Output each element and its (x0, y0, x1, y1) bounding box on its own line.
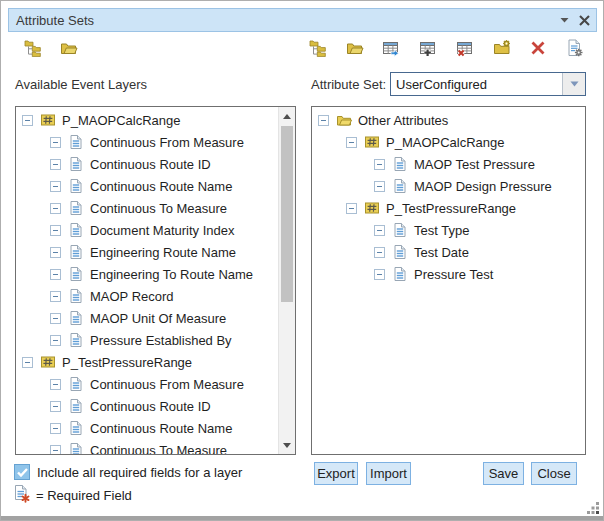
tree-item-continuous-route-name[interactable]: Continuous Route Name (16, 175, 278, 197)
tree-item-pressure-test[interactable]: Pressure Test (312, 263, 585, 285)
tree-item-maop-test-pressure[interactable]: MAOP Test Pressure (312, 153, 585, 175)
remove-table-icon[interactable] (454, 37, 476, 59)
tree-item-engineering-to-route-name[interactable]: Engineering To Route Name (16, 263, 278, 285)
new-attribute-set-folder-icon[interactable] (491, 37, 513, 59)
include-required-fields-label: Include all required fields for a layer (37, 465, 242, 480)
collapse-toggle-icon[interactable] (374, 225, 385, 236)
tree-item-maop-unit-of-measure[interactable]: MAOP Unit Of Measure (16, 307, 278, 329)
tree-item-label: Continuous From Measure (90, 135, 244, 150)
tree-item-maop-record[interactable]: MAOP Record (16, 285, 278, 307)
field-icon (68, 442, 84, 454)
save-button[interactable]: Save (483, 462, 524, 485)
scroll-up-icon[interactable] (279, 108, 295, 124)
collapse-toggle-icon[interactable] (50, 335, 61, 346)
tree-item-continuous-from-measure[interactable]: Continuous From Measure (16, 373, 278, 395)
export-table-icon[interactable] (380, 37, 402, 59)
tree-item-label: Continuous From Measure (90, 377, 244, 392)
tree-item-label: Continuous Route Name (90, 179, 232, 194)
dropdown-arrow-button[interactable] (562, 73, 585, 95)
tree-item-engineering-route-name[interactable]: Engineering Route Name (16, 241, 278, 263)
field-icon (68, 376, 84, 392)
tree-item-label: Document Maturity Index (90, 223, 235, 238)
export-button[interactable]: Export (314, 462, 358, 485)
collapse-toggle-icon[interactable] (374, 269, 385, 280)
collapse-toggle-icon[interactable] (50, 247, 61, 258)
collapse-toggle-icon[interactable] (50, 203, 61, 214)
collapse-toggle-icon[interactable] (374, 247, 385, 258)
scrollbar-thumb[interactable] (281, 126, 293, 302)
open-folder-icon[interactable] (58, 37, 80, 59)
collapse-toggle-icon[interactable] (50, 445, 61, 455)
field-icon (68, 288, 84, 304)
folder-icon (336, 112, 352, 128)
include-required-fields-checkbox[interactable] (14, 464, 30, 480)
collapse-caret-icon[interactable] (554, 10, 574, 30)
tree-item-label: P_MAOPCalcRange (386, 135, 505, 150)
tree-item-label: Continuous Route ID (90, 399, 211, 414)
collapse-toggle-icon[interactable] (374, 181, 385, 192)
tree-item-p-maopcalcrange[interactable]: P_MAOPCalcRange (16, 109, 278, 131)
field-icon (68, 178, 84, 194)
collapse-toggle-icon[interactable] (22, 115, 33, 126)
tree-item-maop-design-pressure[interactable]: MAOP Design Pressure (312, 175, 585, 197)
collapse-toggle-icon[interactable] (50, 379, 61, 390)
tree-item-other-attributes[interactable]: Other Attributes (312, 109, 585, 131)
collapse-toggle-icon[interactable] (374, 159, 385, 170)
tree-item-pressure-established-by[interactable]: Pressure Established By (16, 329, 278, 351)
collapse-toggle-icon[interactable] (346, 203, 357, 214)
tree-item-p-testpressurerange[interactable]: P_TestPressureRange (16, 351, 278, 373)
close-button[interactable]: Close (531, 462, 577, 485)
tree-item-document-maturity-index[interactable]: Document Maturity Index (16, 219, 278, 241)
field-icon (392, 244, 408, 260)
tree-item-test-date[interactable]: Test Date (312, 241, 585, 263)
event-layer-icon (364, 200, 380, 216)
close-icon[interactable] (574, 10, 594, 30)
field-icon (68, 398, 84, 414)
tree-item-continuous-route-id[interactable]: Continuous Route ID (16, 153, 278, 175)
field-icon (392, 222, 408, 238)
tree-item-continuous-from-measure[interactable]: Continuous From Measure (16, 131, 278, 153)
tree-item-label: Test Date (414, 245, 469, 260)
collapse-toggle-icon[interactable] (50, 291, 61, 302)
attribute-set-tree: Other AttributesP_MAOPCalcRangeMAOP Test… (311, 106, 586, 455)
collapse-toggle-icon[interactable] (318, 115, 329, 126)
toolbar (1, 35, 604, 63)
tree-item-p-testpressurerange[interactable]: P_TestPressureRange (312, 197, 585, 219)
collapse-toggle-icon[interactable] (50, 181, 61, 192)
field-icon (392, 266, 408, 282)
resize-grip[interactable] (586, 501, 600, 515)
tree-item-continuous-route-name[interactable]: Continuous Route Name (16, 417, 278, 439)
tree-item-continuous-route-id[interactable]: Continuous Route ID (16, 395, 278, 417)
tree-item-p-maopcalcrange[interactable]: P_MAOPCalcRange (312, 131, 585, 153)
open-attribute-set-folder-icon[interactable] (344, 37, 366, 59)
collapse-toggle-icon[interactable] (50, 313, 61, 324)
document-settings-icon[interactable] (564, 37, 586, 59)
tree-item-label: Test Type (414, 223, 469, 238)
collapse-toggle-icon[interactable] (50, 225, 61, 236)
collapse-toggle-icon[interactable] (50, 269, 61, 280)
collapse-toggle-icon[interactable] (50, 401, 61, 412)
collapse-toggle-icon[interactable] (50, 159, 61, 170)
available-event-layers-tree: P_MAOPCalcRangeContinuous From MeasureCo… (15, 106, 296, 455)
tree-item-continuous-to-measure[interactable]: Continuous To Measure (16, 197, 278, 219)
tree-item-label: Engineering Route Name (90, 245, 236, 260)
collapse-toggle-icon[interactable] (346, 137, 357, 148)
field-icon (68, 266, 84, 282)
window-bottom-edge (1, 516, 603, 520)
collapse-toggle-icon[interactable] (22, 357, 33, 368)
add-event-layer-tree-icon[interactable] (22, 37, 44, 59)
tree-item-label: MAOP Design Pressure (414, 179, 552, 194)
add-attribute-tree-icon[interactable] (307, 37, 329, 59)
add-table-icon[interactable] (417, 37, 439, 59)
collapse-toggle-icon[interactable] (50, 137, 61, 148)
scroll-down-icon[interactable] (279, 437, 295, 453)
field-icon (68, 332, 84, 348)
delete-icon[interactable] (527, 37, 549, 59)
import-button[interactable]: Import (366, 462, 411, 485)
field-icon (68, 200, 84, 216)
tree-item-test-type[interactable]: Test Type (312, 219, 585, 241)
collapse-toggle-icon[interactable] (50, 423, 61, 434)
tree-item-continuous-to-measure[interactable]: Continuous To Measure (16, 439, 278, 454)
vertical-scrollbar[interactable] (278, 107, 295, 454)
attribute-set-dropdown[interactable]: UserConfigured (390, 72, 586, 96)
